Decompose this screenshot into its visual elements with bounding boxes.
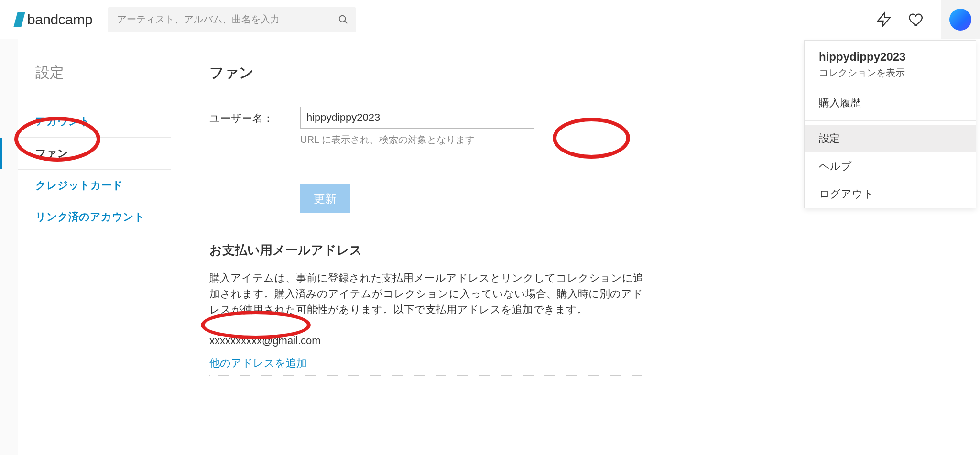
user-dropdown: hippydippy2023 コレクションを表示 購入履歴 設定 ヘルプ ログア… — [804, 40, 976, 208]
left-strip — [0, 39, 18, 455]
logo-text: bandcamp — [27, 11, 92, 28]
dropdown-username: hippydippy2023 — [819, 50, 961, 64]
search-input[interactable] — [108, 7, 356, 32]
header-right — [876, 0, 967, 39]
dropdown-item-purchases[interactable]: 購入履歴 — [805, 89, 976, 117]
wishlist-icon[interactable] — [908, 11, 925, 28]
sidebar: 設定 アカウント ファン クレジットカード リンク済のアカウント — [18, 39, 171, 455]
update-button[interactable]: 更新 — [300, 184, 350, 213]
payment-email-value: xxxxxxxxxx@gmail.com — [209, 331, 649, 351]
add-address-link[interactable]: 他のアドレスを追加 — [209, 351, 649, 376]
dropdown-user-section[interactable]: hippydippy2023 コレクションを表示 — [805, 41, 976, 89]
payment-email-desc: 購入アイテムは、事前に登録された支払用メールアドレスとリンクしてコレクションに追… — [209, 270, 649, 317]
username-input[interactable] — [300, 107, 534, 129]
dropdown-item-help[interactable]: ヘルプ — [805, 152, 976, 180]
search-wrap — [108, 7, 356, 32]
svg-marker-3 — [878, 12, 890, 26]
username-label: ユーザー名： — [209, 107, 300, 126]
dropdown-divider — [805, 120, 976, 121]
svg-point-1 — [339, 15, 346, 22]
sidebar-item-linked-accounts[interactable]: リンク済のアカウント — [18, 201, 171, 233]
username-row: ユーザー名： URL に表示され、検索の対象となります — [209, 107, 659, 146]
svg-marker-0 — [14, 12, 25, 27]
sidebar-title: 設定 — [18, 63, 171, 83]
avatar — [949, 9, 971, 31]
logo[interactable]: bandcamp — [13, 11, 92, 28]
sidebar-item-fan[interactable]: ファン — [18, 137, 171, 170]
bandcamp-logo-icon — [13, 12, 25, 27]
sidebar-item-account[interactable]: アカウント — [18, 106, 171, 137]
search-icon — [338, 14, 348, 25]
dropdown-item-settings[interactable]: 設定 — [805, 125, 976, 152]
svg-line-2 — [345, 21, 348, 23]
dropdown-item-logout[interactable]: ログアウト — [805, 180, 976, 208]
payment-email-title: お支払い用メールアドレス — [209, 242, 659, 259]
page-title: ファン — [209, 63, 659, 83]
avatar-button[interactable] — [941, 0, 980, 39]
main: ファン ユーザー名： URL に表示され、検索の対象となります 更新 お支払い用… — [171, 39, 697, 455]
sidebar-item-credit-card[interactable]: クレジットカード — [18, 170, 171, 201]
feed-icon[interactable] — [876, 11, 892, 28]
header: bandcamp — [0, 0, 980, 39]
dropdown-view-collection: コレクションを表示 — [819, 66, 961, 79]
username-help: URL に表示され、検索の対象となります — [300, 133, 659, 146]
